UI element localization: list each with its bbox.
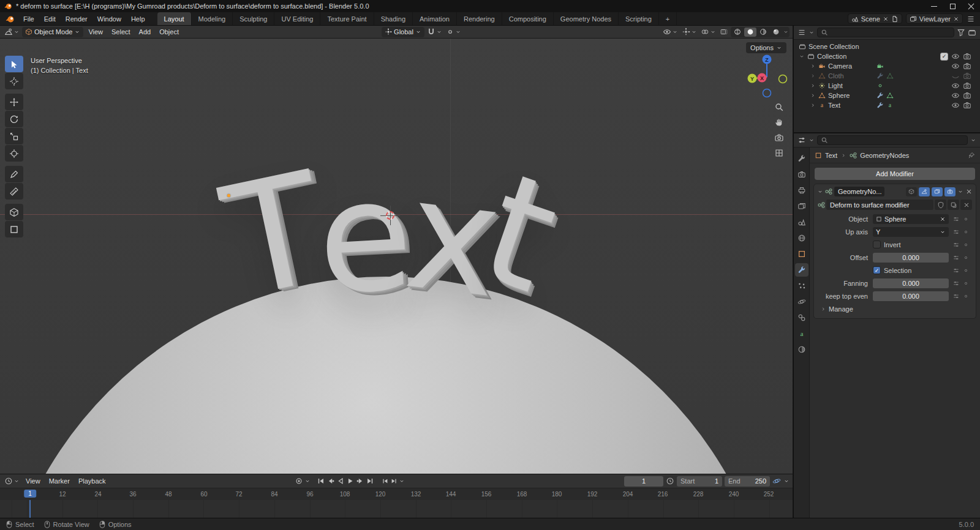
zoom-button[interactable] [773,101,785,113]
workspace-tab-rendering[interactable]: Rendering [457,12,502,25]
timeline-menu-playback[interactable]: Playback [75,474,110,488]
outliner-search-input[interactable] [817,28,954,37]
maximize-button[interactable] [943,0,962,12]
current-frame-field[interactable]: 1 [624,476,663,487]
play-reverse-icon[interactable] [336,477,345,485]
tool-extra[interactable] [5,221,23,237]
jump-to-start-icon[interactable] [317,477,325,485]
outliner-row-cloth[interactable]: Cloth [794,71,980,81]
workspace-tab-modeling[interactable]: Modeling [192,12,233,25]
new-node-group-button[interactable] [948,200,959,210]
tab-modifiers[interactable] [795,263,809,277]
properties-search-input[interactable] [817,135,968,145]
animate-decorator-icon[interactable] [963,216,969,222]
tool-add-cube[interactable] [5,204,23,220]
tab-scene[interactable] [795,215,809,229]
tool-transform[interactable] [5,145,23,162]
tool-scale[interactable] [5,128,23,144]
shading-material-button[interactable] [757,28,769,37]
gizmos-dropdown[interactable] [680,28,698,36]
outliner-row-light[interactable]: Light [794,81,980,91]
animate-decorator-icon[interactable] [963,267,969,274]
breadcrumb-nodes[interactable]: GeometryNodes [860,152,909,159]
workspace-tab-geometry-nodes[interactable]: Geometry Nodes [554,12,619,25]
new-scene-icon[interactable] [891,15,899,23]
driver-icon[interactable] [952,293,960,300]
render-camera-icon[interactable] [963,91,971,100]
start-frame-field[interactable]: Start 1 [677,476,722,487]
eye-icon[interactable] [951,62,960,70]
current-frame-indicator[interactable]: 1 [24,490,36,498]
render-camera-icon[interactable] [963,72,971,80]
layers-icon[interactable] [967,15,975,23]
menu-edit[interactable]: Edit [39,12,61,25]
tool-cursor[interactable] [5,73,23,89]
breadcrumb-object[interactable]: Text [825,152,837,159]
close-button[interactable] [962,0,980,12]
ortho-toggle-button[interactable] [773,147,785,159]
animate-decorator-icon[interactable] [963,242,969,248]
prev-keyframe-icon[interactable] [326,477,335,485]
end-frame-field[interactable]: End 250 [725,476,770,487]
sync-icon[interactable] [772,477,781,485]
timeline-track[interactable] [0,500,793,518]
minimize-button[interactable] [925,0,943,12]
workspace-tab-shading[interactable]: Shading [374,12,413,25]
timeline-menu-marker[interactable]: Marker [45,474,74,488]
outliner-row-camera[interactable]: Camera [794,61,980,71]
viewport-canvas[interactable]: Text User Perspective (1) Collection | T… [0,39,793,474]
timeline-ruler[interactable]: 12 24 36 48 60 72 84 96 108 120 132 144 … [0,488,793,500]
menu-object[interactable]: Object [156,26,183,38]
animate-decorator-icon[interactable] [963,293,969,299]
workspace-tab-animation[interactable]: Animation [413,12,457,25]
tool-rotate[interactable] [5,111,23,127]
viewport-display-toggle[interactable] [932,187,943,196]
add-workspace-button[interactable]: + [659,12,677,25]
gizmo-axis-neg-z[interactable] [763,89,771,97]
tab-physics[interactable] [795,295,809,308]
fake-user-button[interactable] [935,200,946,210]
tool-annotate[interactable] [5,166,23,182]
workspace-tab-scripting[interactable]: Scripting [619,12,659,25]
object-visibility-dropdown[interactable] [662,28,679,36]
object-picker-field[interactable]: Sphere [873,214,949,224]
menu-select[interactable]: Select [108,26,134,38]
clock-icon[interactable] [666,477,674,485]
outliner-row-scene-collection[interactable]: Scene Collection [794,42,980,51]
blender-menu-button[interactable] [0,12,18,25]
unlink-icon[interactable] [953,16,959,22]
text-object[interactable]: Text [228,160,546,313]
editor-type-button[interactable] [3,28,21,36]
collection-exclude-checkbox[interactable] [940,53,948,61]
render-camera-icon[interactable] [963,52,971,61]
workspace-tab-uv-editing[interactable]: UV Editing [274,12,320,25]
eye-icon[interactable] [951,91,960,100]
chevron-down-icon[interactable] [970,137,976,143]
animate-decorator-icon[interactable] [963,280,969,286]
chevron-right-icon[interactable] [810,83,816,89]
timeline-editor-type-button[interactable] [3,477,21,485]
playhead-line[interactable] [29,500,31,518]
menu-render[interactable]: Render [61,12,92,25]
animate-decorator-icon[interactable] [963,229,969,235]
pin-icon[interactable] [968,152,975,159]
driver-icon[interactable] [952,215,960,223]
driver-icon[interactable] [952,267,960,274]
proportional-editing-toggle[interactable] [445,28,462,36]
tab-world[interactable] [795,231,809,245]
tab-particles[interactable] [795,279,809,293]
shading-solid-button[interactable] [744,28,756,37]
render-camera-icon[interactable] [963,81,971,90]
workspace-tab-layout[interactable]: Layout [157,12,192,25]
menu-add[interactable]: Add [135,26,155,38]
transform-orientation-dropdown[interactable]: Global [382,27,424,37]
keep-top-even-field[interactable]: 0.000 [873,291,949,301]
add-modifier-button[interactable]: Add Modifier [815,168,975,180]
tab-tool[interactable] [795,152,809,165]
timeline-menu-view[interactable]: View [22,474,44,488]
tab-view-layer[interactable] [795,200,809,213]
view-layer-selector[interactable]: ViewLayer [906,13,963,24]
properties-editor-icon[interactable] [797,136,806,144]
shading-rendered-button[interactable] [770,28,782,37]
shading-wireframe-button[interactable] [731,28,744,37]
